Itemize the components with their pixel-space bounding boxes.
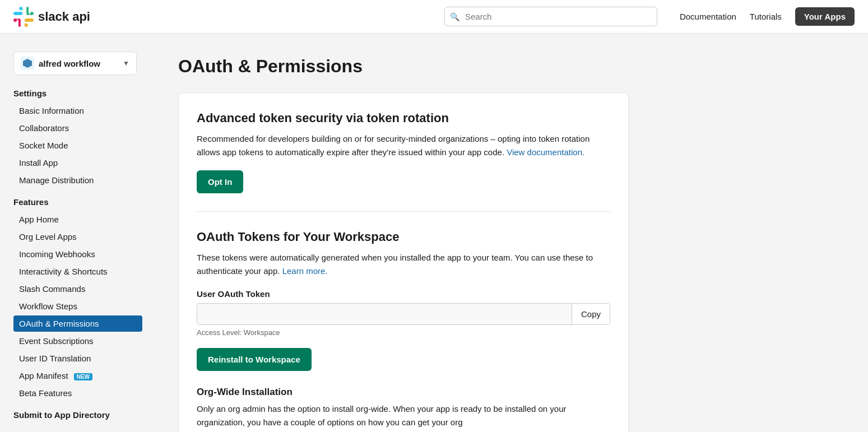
view-documentation-link[interactable]: View documentation. xyxy=(507,147,584,157)
token-input-row: Copy xyxy=(197,303,610,325)
page-title: OAuth & Permissions xyxy=(178,56,629,77)
settings-section-label: Settings xyxy=(13,89,142,98)
user-oauth-label: User OAuth Token xyxy=(197,289,610,299)
features-section-label: Features xyxy=(13,197,142,207)
token-security-title: Advanced token security via token rotati… xyxy=(197,111,610,126)
token-input[interactable] xyxy=(197,304,572,324)
search-bar[interactable]: 🔍 xyxy=(444,7,657,26)
search-input[interactable] xyxy=(444,7,657,26)
org-wide-desc: Only an org admin has the option to inst… xyxy=(197,402,610,429)
token-security-section: Advanced token security via token rotati… xyxy=(197,111,610,212)
documentation-link[interactable]: Documentation xyxy=(680,12,736,21)
sidebar-item-event-subscriptions[interactable]: Event Subscriptions xyxy=(13,333,142,349)
org-wide-section: Org-Wide Installation Only an org admin … xyxy=(197,387,610,429)
chevron-down-icon: ▼ xyxy=(123,59,129,67)
sidebar-item-user-id-translation[interactable]: User ID Translation xyxy=(13,350,142,366)
app-icon xyxy=(21,57,34,70)
sidebar-item-oauth-permissions[interactable]: OAuth & Permissions xyxy=(13,315,142,332)
sidebar-item-workflow-steps[interactable]: Workflow Steps xyxy=(13,298,142,314)
access-level-text: Access Level: Workspace xyxy=(197,328,610,337)
main-content: OAuth & Permissions Advanced token secur… xyxy=(151,34,656,432)
oauth-tokens-section: OAuth Tokens for Your Workspace These to… xyxy=(197,230,610,429)
reinstall-button[interactable]: Reinstall to Workspace xyxy=(197,348,312,371)
logo-brand: slack api xyxy=(38,10,90,24)
submit-section-label: Submit to App Directory xyxy=(13,410,142,420)
sidebar-item-app-manifest[interactable]: App Manifest NEW xyxy=(13,368,142,384)
sidebar-item-install-app[interactable]: Install App xyxy=(13,155,142,171)
header: slack api 🔍 Documentation Tutorials Your… xyxy=(0,0,868,34)
tutorials-link[interactable]: Tutorials xyxy=(750,12,782,21)
new-badge: NEW xyxy=(74,373,92,380)
learn-more-link[interactable]: Learn more. xyxy=(282,266,328,276)
sidebar-item-collaborators[interactable]: Collaborators xyxy=(13,120,142,136)
your-apps-button[interactable]: Your Apps xyxy=(795,7,855,26)
token-security-desc: Recommended for developers building on o… xyxy=(197,132,610,159)
logo-area: slack api xyxy=(13,7,90,27)
sidebar-item-manage-distribution[interactable]: Manage Distribution xyxy=(13,172,142,188)
opt-in-button[interactable]: Opt In xyxy=(197,170,243,193)
nav-links: Documentation Tutorials Your Apps xyxy=(680,7,855,26)
sidebar-item-interactivity-shortcuts[interactable]: Interactivity & Shortcuts xyxy=(13,263,142,280)
page-body: alfred workflow ▼ Settings Basic Informa… xyxy=(0,34,868,432)
sidebar-item-incoming-webhooks[interactable]: Incoming Webhooks xyxy=(13,246,142,262)
search-icon: 🔍 xyxy=(450,12,459,21)
sidebar-item-app-home[interactable]: App Home xyxy=(13,211,142,227)
app-name-label: alfred workflow xyxy=(39,59,118,68)
sidebar-item-basic-information[interactable]: Basic Information xyxy=(13,103,142,119)
app-selector[interactable]: alfred workflow ▼ xyxy=(13,52,137,75)
sidebar-item-socket-mode[interactable]: Socket Mode xyxy=(13,137,142,154)
sidebar-item-slash-commands[interactable]: Slash Commands xyxy=(13,281,142,297)
sidebar-item-org-level-apps[interactable]: Org Level Apps xyxy=(13,229,142,245)
permissions-card: Advanced token security via token rotati… xyxy=(178,92,629,432)
sidebar-item-beta-features[interactable]: Beta Features xyxy=(13,385,142,401)
org-wide-title: Org-Wide Installation xyxy=(197,387,610,398)
sidebar: alfred workflow ▼ Settings Basic Informa… xyxy=(0,34,151,432)
oauth-tokens-desc: These tokens were automatically generate… xyxy=(197,251,610,278)
oauth-tokens-title: OAuth Tokens for Your Workspace xyxy=(197,230,610,244)
copy-button[interactable]: Copy xyxy=(572,304,610,324)
slack-logo-icon xyxy=(13,7,34,27)
